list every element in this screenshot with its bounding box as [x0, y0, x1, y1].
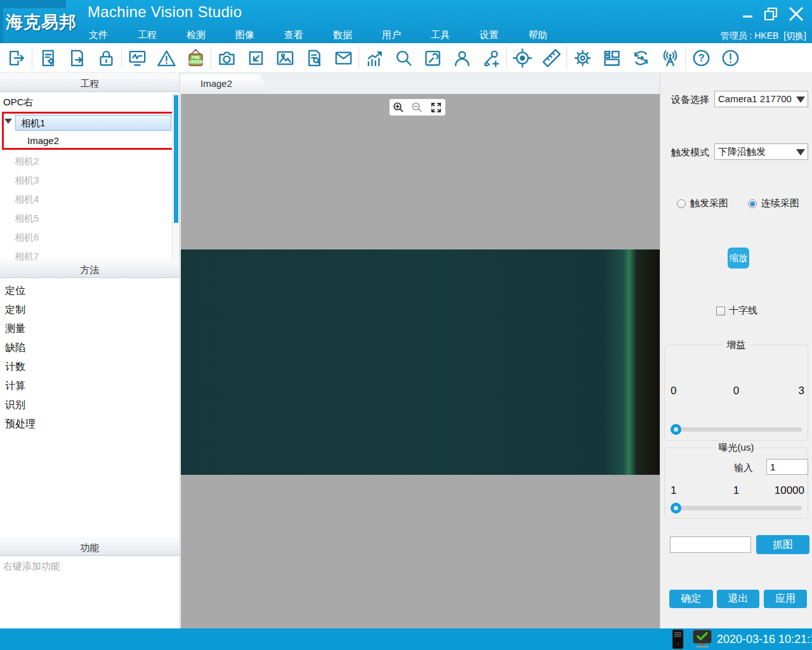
- minimize-button[interactable]: [741, 7, 755, 21]
- radio-selected-icon[interactable]: [748, 199, 757, 208]
- crosshair-option[interactable]: 十字线: [716, 305, 757, 317]
- tree-scrollbar-thumb[interactable]: [174, 95, 178, 223]
- method-item[interactable]: 测量: [5, 321, 36, 340]
- gain-slider-track[interactable]: [671, 427, 802, 432]
- statistics-button[interactable]: [360, 44, 388, 72]
- tree-item-camera-disabled[interactable]: 相机4: [15, 192, 39, 211]
- gain-slider[interactable]: [671, 424, 802, 434]
- menu-item[interactable]: 工具: [429, 29, 451, 41]
- trigger-mode-select[interactable]: 下降沿触发: [714, 143, 808, 160]
- trigger-mode-value: 下降沿触发: [718, 144, 792, 159]
- search-button[interactable]: [390, 44, 417, 72]
- menu-item[interactable]: 工程: [136, 29, 158, 41]
- exposure-slider[interactable]: [671, 503, 802, 513]
- continuous-capture-option[interactable]: 连续采图: [748, 197, 799, 209]
- mail-button[interactable]: [329, 44, 357, 72]
- tree-item-image2[interactable]: Image2: [27, 135, 59, 146]
- lock-button[interactable]: [92, 44, 120, 72]
- zoom-out-icon[interactable]: [410, 101, 424, 114]
- flow-button[interactable]: [627, 44, 655, 72]
- menu-item[interactable]: 图像: [234, 29, 256, 41]
- grab-filename-input[interactable]: [670, 536, 751, 553]
- layout-button[interactable]: [598, 44, 625, 72]
- checkbox-unchecked-icon[interactable]: [716, 307, 725, 315]
- chevron-down-icon[interactable]: [796, 96, 805, 103]
- menu-item[interactable]: 帮助: [527, 29, 549, 41]
- preorder-button[interactable]: PREORDER: [181, 44, 209, 72]
- fit-view-icon[interactable]: [429, 101, 443, 114]
- help-button[interactable]: ?: [687, 44, 715, 72]
- gain-slider-thumb[interactable]: [671, 424, 681, 435]
- tree-item-opc[interactable]: OPC右: [3, 96, 34, 109]
- measure-button[interactable]: [537, 44, 565, 72]
- menu-item[interactable]: 设置: [478, 29, 500, 41]
- preorder-tag-icon: PREORDER: [185, 48, 206, 69]
- menu-bar: 文件工程检测图像查看数据用户工具设置帮助: [88, 29, 576, 41]
- image-button[interactable]: [271, 44, 299, 72]
- report-button[interactable]: [300, 44, 328, 72]
- method-item[interactable]: 识别: [5, 397, 36, 416]
- tree-item-camera-disabled[interactable]: 相机5: [15, 211, 39, 230]
- close-button[interactable]: [787, 4, 806, 23]
- device-select[interactable]: Camera1 217700: [714, 91, 808, 107]
- exposure-title: 曝光(us): [716, 442, 757, 454]
- tree-item-camera-disabled[interactable]: 相机2: [15, 154, 39, 173]
- switch-user-link[interactable]: [切换]: [783, 30, 806, 41]
- sync-arrows-icon: [631, 48, 652, 69]
- method-item[interactable]: 定制: [5, 302, 36, 321]
- menu-item[interactable]: 用户: [381, 29, 402, 41]
- logout-button[interactable]: [3, 44, 30, 72]
- exposure-slider-track[interactable]: [671, 506, 802, 510]
- apply-button[interactable]: 应用: [764, 590, 807, 608]
- method-item[interactable]: 预处理: [5, 416, 36, 435]
- toolbar-separator: [685, 46, 686, 69]
- zoom-in-icon[interactable]: [392, 101, 405, 114]
- tree-item-camera-disabled[interactable]: 相机3: [15, 173, 39, 192]
- toolbar-separator: [506, 46, 507, 69]
- image-viewer[interactable]: [181, 94, 660, 628]
- tree-item-camera1-selected[interactable]: 相机1: [15, 115, 171, 131]
- communication-button[interactable]: [656, 44, 684, 72]
- trigger-mode-label: 触发模式: [671, 147, 709, 159]
- method-item[interactable]: 计算: [5, 378, 36, 397]
- menu-item[interactable]: 查看: [283, 29, 304, 41]
- camera-image[interactable]: [181, 249, 660, 475]
- zoom-button[interactable]: 缩放: [728, 248, 749, 269]
- settings-button[interactable]: [568, 44, 596, 72]
- method-item[interactable]: 缺陷: [5, 340, 36, 359]
- tools-button[interactable]: [419, 44, 447, 72]
- permission-button[interactable]: [477, 44, 505, 72]
- crosshair-target-icon: [512, 48, 533, 69]
- tab-image2[interactable]: Image2: [181, 74, 270, 94]
- exit-button[interactable]: 退出: [717, 590, 759, 608]
- exposure-slider-thumb[interactable]: [671, 503, 681, 514]
- about-button[interactable]: [716, 44, 744, 72]
- monitor-button[interactable]: [123, 44, 151, 72]
- user-button[interactable]: [448, 44, 476, 72]
- ok-button[interactable]: 确定: [669, 590, 713, 608]
- expand-arrow-icon[interactable]: [4, 119, 12, 124]
- menu-item[interactable]: 文件: [88, 29, 109, 41]
- project-settings-button[interactable]: [34, 44, 62, 72]
- layout-icon: [601, 48, 622, 69]
- exposure-value: 1: [733, 484, 739, 497]
- chevron-down-icon[interactable]: [796, 149, 805, 156]
- search-icon: [393, 48, 414, 69]
- method-item[interactable]: 定位: [5, 283, 36, 302]
- target-button[interactable]: [508, 44, 536, 72]
- svg-text:?: ?: [698, 52, 704, 63]
- import-button[interactable]: [242, 44, 270, 72]
- export-document-button[interactable]: [63, 44, 91, 72]
- gain-value: 0: [733, 385, 739, 397]
- menu-item[interactable]: 数据: [332, 29, 353, 41]
- radio-unselected-icon[interactable]: [677, 199, 686, 208]
- camera-button[interactable]: [213, 44, 240, 72]
- grab-button[interactable]: 抓图: [756, 535, 809, 554]
- alarm-button[interactable]: [152, 44, 180, 72]
- trigger-capture-option[interactable]: 触发采图: [677, 197, 728, 209]
- menu-item[interactable]: 检测: [185, 29, 207, 41]
- tree-item-camera-disabled[interactable]: 相机6: [15, 230, 39, 249]
- exposure-input[interactable]: [766, 459, 808, 475]
- method-item[interactable]: 计数: [5, 359, 36, 378]
- restore-button[interactable]: [763, 6, 778, 22]
